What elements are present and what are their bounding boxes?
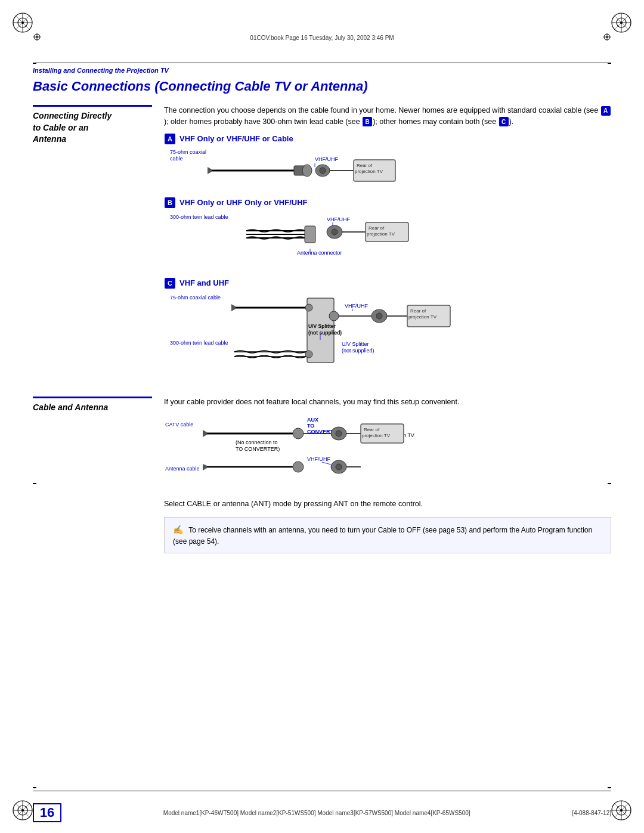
footer-part-number: [4-088-847-12]	[572, 810, 611, 816]
svg-text:TO CONVERTER): TO CONVERTER)	[236, 446, 280, 452]
svg-text:VHF/UHF: VHF/UHF	[315, 156, 338, 162]
badge-b-inline: B	[363, 117, 372, 126]
svg-point-93	[293, 428, 304, 439]
svg-marker-112	[203, 464, 207, 470]
diagram-cable-antenna-svg: CATV cable AUX TO CONVERTER	[164, 413, 498, 491]
breadcrumb: Installing and Connecting the Projection…	[33, 67, 611, 74]
header-crosshair-right	[603, 33, 611, 43]
corner-decoration-tr	[609, 11, 633, 35]
svg-point-75	[305, 304, 312, 311]
svg-text:Rear of: Rear of	[357, 163, 373, 168]
badge-b-diagram: B	[165, 197, 175, 208]
svg-text:Rear of: Rear of	[410, 308, 426, 314]
footer: 16 Model name1[KP-46WT500] Model name2[K…	[33, 803, 611, 822]
section-b-heading: Cable and Antenna	[33, 397, 152, 414]
section-connecting-directly: Connecting Directlyto Cable or anAntenna…	[33, 105, 611, 382]
diagram-b-section: B VHF Only or UHF Only or VHF/UHF 300-oh…	[164, 197, 611, 267]
diagram-a-svg: 75-ohm coaxial cable VHF/UHF	[169, 148, 503, 185]
footer-models: Model name1[KP-46WT500] Model name2[KP-5…	[61, 810, 572, 816]
svg-text:TO: TO	[307, 423, 314, 429]
svg-point-46	[320, 168, 326, 174]
section-b-right: If your cable provider does not feature …	[164, 397, 611, 554]
main-content: Installing and Connecting the Projection…	[33, 67, 611, 785]
header-bar: 01COV.book Page 16 Tuesday, July 30, 200…	[33, 33, 611, 43]
svg-text:U/V Splitter: U/V Splitter	[308, 323, 336, 329]
main-title: Basic Connections (Connecting Cable TV o…	[33, 79, 611, 94]
svg-point-76	[305, 351, 312, 358]
svg-text:AUX: AUX	[307, 417, 318, 423]
section-a-heading: Connecting Directlyto Cable or anAntenna	[33, 105, 152, 145]
section-b-left: Cable and Antenna	[33, 397, 152, 554]
note-text: To receive channels with an antenna, you…	[173, 526, 592, 546]
left-tick-top	[33, 63, 36, 64]
svg-text:(No connection to: (No connection to	[236, 439, 278, 445]
diagram-a-section: A VHF Only or VHF/UHF or Cable 75-ohm co…	[164, 134, 611, 187]
svg-text:projection TV: projection TV	[367, 231, 395, 237]
svg-text:Antenna connector: Antenna connector	[297, 250, 342, 256]
svg-marker-92	[203, 430, 207, 437]
svg-text:VHF/UHF: VHF/UHF	[345, 303, 368, 309]
svg-point-99	[336, 431, 342, 436]
svg-point-113	[293, 462, 304, 472]
diagram-c-svg: 75-ohm coaxial cable 300-ohm twin lead c…	[169, 292, 515, 370]
badge-c-inline: C	[499, 117, 509, 126]
bottom-rule	[33, 791, 611, 791]
svg-text:75-ohm coaxial cable: 75-ohm coaxial cable	[170, 295, 221, 301]
svg-point-82	[376, 313, 382, 319]
svg-text:Antenna cable: Antenna cable	[165, 466, 200, 472]
svg-rect-55	[305, 226, 315, 243]
section-b-body: If your cable provider does not feature …	[164, 397, 611, 408]
svg-text:Rear of: Rear of	[369, 225, 385, 231]
corner-decoration-bl	[11, 798, 35, 822]
header-crosshair-left	[33, 33, 41, 43]
page-number: 16	[33, 803, 61, 822]
note-icon: ✍	[173, 525, 183, 534]
top-rule	[33, 63, 611, 63]
badge-a: A	[601, 106, 611, 116]
diagram-a-label: A VHF Only or VHF/UHF or Cable	[164, 134, 611, 144]
note-box: ✍ To receive channels with an antenna, y…	[164, 517, 611, 553]
svg-text:VHF/UHF: VHF/UHF	[307, 456, 330, 462]
svg-text:CATV cable: CATV cable	[165, 422, 193, 428]
corner-decoration-tl	[11, 11, 35, 35]
svg-text:U/V Splitter: U/V Splitter	[342, 341, 369, 347]
section-a-left: Connecting Directlyto Cable or anAntenna	[33, 105, 152, 382]
diagram-c-section: C VHF and UHF 75-ohm coaxial cable 300-o…	[164, 278, 611, 371]
svg-text:cable: cable	[170, 156, 183, 162]
svg-line-115	[322, 462, 331, 465]
svg-text:Rear of: Rear of	[364, 427, 380, 432]
svg-text:VHF/UHF: VHF/UHF	[327, 216, 350, 222]
diagram-b-label: B VHF Only or UHF Only or VHF/UHF	[164, 197, 611, 208]
svg-point-41	[302, 165, 312, 176]
diagram-c-label: C VHF and UHF	[164, 278, 611, 289]
svg-text:projection TV: projection TV	[362, 433, 391, 438]
svg-point-103	[336, 464, 342, 470]
badge-a-diagram: A	[165, 134, 175, 144]
svg-point-77	[329, 311, 339, 321]
svg-text:300-ohm twin lead cable: 300-ohm twin lead cable	[170, 340, 228, 346]
section-a-right: The connection you choose depends on the…	[164, 105, 611, 382]
section-b-select-text: Select CABLE or antenna (ANT) mode by pr…	[164, 498, 611, 510]
svg-marker-68	[231, 304, 236, 311]
corner-decoration-br	[609, 798, 633, 822]
section-cable-antenna: Cable and Antenna If your cable provider…	[33, 397, 611, 554]
svg-text:75-ohm coaxial: 75-ohm coaxial	[170, 149, 206, 155]
svg-text:projection TV: projection TV	[355, 169, 383, 174]
svg-point-59	[332, 229, 338, 235]
diagram-b-svg: 300-ohm twin lead cable VHF/UHF	[169, 212, 503, 265]
svg-text:(not supplied): (not supplied)	[342, 348, 374, 354]
right-tick-top	[608, 63, 611, 64]
svg-text:300-ohm twin lead cable: 300-ohm twin lead cable	[170, 214, 228, 220]
right-tick-bottom	[608, 787, 611, 788]
left-tick-bottom	[33, 787, 36, 788]
header-file-info: 01COV.book Page 16 Tuesday, July 30, 200…	[250, 35, 394, 41]
svg-text:projection TV: projection TV	[408, 314, 437, 320]
svg-text:(not supplied): (not supplied)	[308, 330, 342, 336]
badge-c-diagram: C	[165, 278, 175, 289]
section-a-body: The connection you choose depends on the…	[164, 105, 611, 128]
